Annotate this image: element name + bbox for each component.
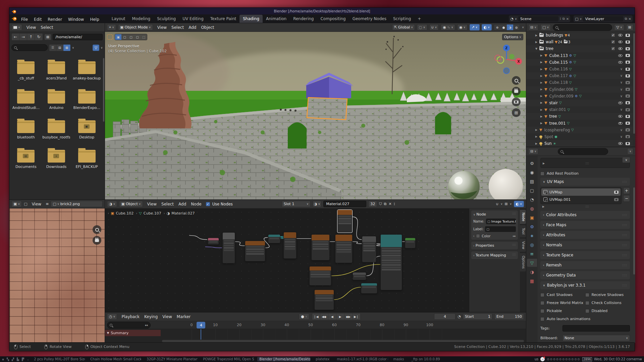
display-list-icon[interactable]: ☰ [49,45,56,51]
properties-tab[interactable]: ◑ [527,268,537,276]
viewport-zoom-icon[interactable] [512,76,521,85]
viewport-camera-icon[interactable] [512,98,521,106]
hide-eye-toggle[interactable] [618,41,623,43]
expand-arrow[interactable]: ▶ [535,142,538,145]
menu-item[interactable]: Object [199,24,216,31]
object-name[interactable]: tree [549,114,557,119]
options-dropdown[interactable]: Options∨ [502,34,523,40]
folder-item[interactable]: _cb_stuff [11,61,40,91]
render-camera-toggle[interactable]: ✕ [626,135,630,138]
select-box-tool-icon[interactable] [107,35,113,40]
render-camera-toggle[interactable]: ✕ [626,88,630,91]
hide-eye-toggle[interactable] [618,54,623,57]
workspace-tab[interactable]: Compositing [317,15,349,23]
object-name[interactable]: Cylinder.006 [549,87,573,92]
shader-node[interactable] [222,232,235,263]
hide-eye-toggle[interactable] [618,122,623,125]
menu-item[interactable]: Keying [142,313,160,320]
select-new-icon[interactable]: ▣ [115,34,121,40]
expand-arrow[interactable]: ▶ [540,108,543,111]
collapsed-panel-header[interactable]: ›Face Maps:::: [540,221,630,229]
node-label-field[interactable]: ▢ [485,226,516,232]
menu-item[interactable]: View [155,24,169,31]
blender-app-icon[interactable] [11,16,17,22]
render-camera-toggle[interactable] [626,41,630,44]
shader-node[interactable] [311,234,330,260]
taskbar-task[interactable]: masks1-17.xcf-1.0 (RGB color 8-bit... [335,357,388,361]
shader-node[interactable] [309,266,332,286]
gizmo-toggle[interactable]: ↗∨ [470,24,480,31]
select-intersect-icon[interactable]: ⬚ [141,34,147,40]
folder-item[interactable]: busybox_rootfs [42,120,71,150]
object-name[interactable]: Cube.117 [549,73,568,78]
hide-eye-toggle[interactable]: ∨ [620,81,623,84]
display-thumbnail-icon[interactable]: ▦ [63,45,70,51]
transform-orientation-dropdown[interactable]: ⇱Global∨ [392,24,415,31]
outliner-row[interactable]: ▶ ▼ Cube.113 ⚙ ▽ [526,52,633,59]
filter-toggle[interactable]: ▽ [93,45,99,51]
playhead[interactable] [201,329,201,340]
hide-eye-toggle[interactable] [618,61,623,64]
expand-arrow[interactable]: ▶ [540,101,543,104]
outliner-row[interactable]: ▶ buildings ▼4 ✓ [526,32,633,39]
folder-item[interactable]: ▤ Documents [11,150,40,179]
zoom-icon[interactable] [93,225,101,234]
expand-arrow[interactable]: ▶ [540,54,543,57]
pivot-point-dropdown[interactable]: ◌∨ [417,24,427,31]
properties-tab[interactable]: ▽ [527,259,537,267]
workspace-tab[interactable]: Sculpting [154,15,179,23]
outliner-row[interactable]: ▶ ▼ Cube.117 ⚙ ▽ ∨ [526,72,633,79]
outliner-row[interactable]: ▶ ▼ IcosphereFog ▽ ∨ [526,127,633,133]
fake-user-shield-icon[interactable]: ⛉ [379,202,382,206]
scrollbar[interactable] [103,58,104,122]
outliner-row[interactable]: ▶ Spot ◉ ∨ ✕ [526,133,633,140]
taskbar-task[interactable]: Chain Hollow Mesh Small Cock Ca... [88,357,141,361]
render-camera-toggle[interactable] [626,68,630,71]
hide-eye-toggle[interactable]: ∨ [620,74,623,77]
scrollbar[interactable] [633,187,635,275]
object-name[interactable]: Cylinder.009 [549,94,573,99]
workspace-tab[interactable]: Modeling [129,15,154,23]
shader-node[interactable] [405,238,416,248]
babylon-checkbox[interactable]: Receive Shadows [585,293,630,297]
workspace-icon[interactable]: ▙ [17,358,19,361]
titlebar[interactable]: Blender [/home/amalie/Desktop/blender/rt… [9,8,635,14]
workspace-tab[interactable]: + [414,15,424,23]
up-button[interactable]: ↑ [27,34,35,40]
render-camera-toggle[interactable] [626,34,630,37]
render-camera-toggle[interactable]: ✕ [626,81,630,84]
refresh-button[interactable]: ↻ [35,34,43,40]
filter-dropdown[interactable]: ▽∨ [614,24,624,31]
render-camera-toggle[interactable] [626,115,630,118]
slot-dropdown[interactable]: Slot 1∨ [282,201,311,207]
selectability-checkbox[interactable]: ✓ [611,47,615,51]
scene-name[interactable]: Scene [518,16,558,21]
render-camera-toggle[interactable] [626,47,630,50]
pan-hand-icon[interactable] [93,236,101,245]
viewlayer-selector[interactable]: ▢∨ ViewLayer ⧉ ✕ [574,15,633,22]
collapsed-panel[interactable]: › Properties:::: [471,242,518,249]
render-camera-toggle[interactable]: ✕ [626,108,630,111]
collapsed-panel-header[interactable]: ›Geometry Data:::: [540,271,630,279]
shading-solid-icon[interactable]: ● [500,24,507,30]
image-selector[interactable]: ▢∨ brick2.png [51,201,103,207]
taskbar-task[interactable]: Blender [/home/amalie/Desktop/blen... [257,357,310,361]
timeline-ruler[interactable]: ↔ 4 0102030405060708090100 [105,321,526,329]
expand-arrow[interactable]: ▶ [535,135,538,138]
folder-item[interactable]: Arduino [42,91,71,120]
shader-node[interactable] [283,232,297,259]
menu-item[interactable]: Select [38,24,55,31]
shader-node[interactable] [314,290,334,310]
properties-tab[interactable]: ≡ [527,250,537,258]
auto-launch-checkbox[interactable]: Auto launch animations [540,317,630,321]
menu-item[interactable]: Render [45,16,65,23]
hide-eye-toggle[interactable] [618,34,623,37]
properties-tab[interactable]: ⚙ [527,223,537,231]
menu-item[interactable]: View [145,201,159,207]
add-rest-position-checkbox[interactable]: Add Rest Position [540,171,630,176]
collapsed-panel[interactable]: › Texture Mapping:::: [471,251,518,259]
play-button[interactable]: ▶ [336,313,344,320]
snap-magnet-icon[interactable]: ∪ [496,202,499,206]
taskbar-task[interactable]: 2 pcs Pulley MXL-20T Bore Size 4/... [32,357,85,361]
expand-arrow[interactable]: ▶ [540,115,543,118]
